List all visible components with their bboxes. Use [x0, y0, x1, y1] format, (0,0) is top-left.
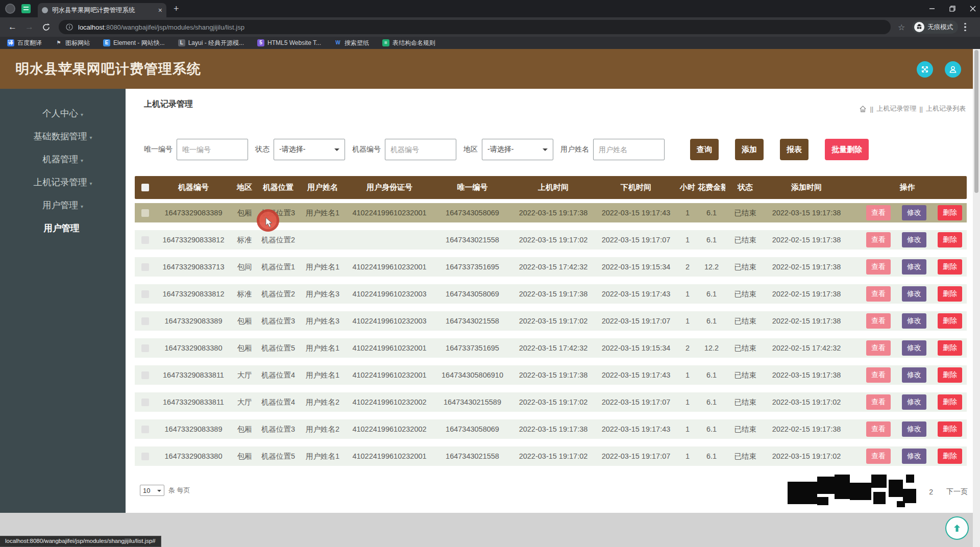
bookmark-item[interactable]: 译 百度翻译: [7, 39, 42, 47]
table-row[interactable]: 16473329083389 包厢 机器位置3 用户姓名2 4102241996…: [135, 419, 967, 439]
browser-logo-icon[interactable]: [5, 4, 15, 14]
table-row[interactable]: 16473329083380 包厢 机器位置5 用户姓名1 4102241996…: [135, 446, 967, 466]
bookmark-item[interactable]: E Element - 网站快...: [103, 39, 165, 47]
sidebar-item[interactable]: 个人中心▾: [0, 102, 126, 125]
add-button[interactable]: 添加: [735, 139, 764, 160]
delete-button[interactable]: 删除: [938, 286, 962, 302]
row-checkbox[interactable]: [141, 317, 149, 325]
delete-button[interactable]: 删除: [938, 449, 962, 464]
report-button[interactable]: 报表: [780, 139, 808, 160]
delete-button[interactable]: 删除: [938, 205, 962, 220]
bookmark-item[interactable]: ≡ 表结构命名规则: [382, 39, 435, 47]
edit-button[interactable]: 修改: [902, 259, 926, 275]
row-checkbox[interactable]: [141, 426, 149, 433]
sidebar-item[interactable]: 用户管理▾: [0, 194, 126, 217]
table-row[interactable]: 164733290833811 大厅 机器位置4 用户姓名1 410224199…: [135, 365, 967, 385]
edit-button[interactable]: 修改: [902, 340, 926, 356]
view-button[interactable]: 查看: [866, 340, 891, 356]
breadcrumb-item-list[interactable]: 上机记录列表: [926, 104, 966, 113]
browser-tab[interactable]: 明水县苹果网吧计费管理系统 ×: [38, 3, 166, 17]
view-button[interactable]: 查看: [866, 205, 891, 220]
edit-button[interactable]: 修改: [902, 286, 926, 302]
new-tab-button[interactable]: +: [174, 4, 179, 14]
view-button[interactable]: 查看: [866, 394, 891, 410]
url-bar[interactable]: localhost:8080/wangbajifei/jsp/modules/s…: [59, 20, 891, 34]
site-info-icon[interactable]: [66, 23, 73, 31]
bookmark-item[interactable]: 5 HTML5 Website T...: [257, 39, 321, 46]
table-row[interactable]: 164733290833713 包间 机器位置1 用户姓名1 410224199…: [135, 257, 967, 277]
edit-button[interactable]: 修改: [902, 394, 926, 410]
query-button[interactable]: 查询: [690, 139, 719, 160]
scrollbar-thumb[interactable]: [974, 50, 978, 193]
row-checkbox[interactable]: [141, 209, 149, 217]
tab-close-icon[interactable]: ×: [158, 6, 162, 14]
extension-icon[interactable]: [21, 4, 31, 13]
sidebar-item[interactable]: 基础数据管理▾: [0, 125, 126, 148]
delete-button[interactable]: 删除: [938, 259, 962, 275]
row-checkbox[interactable]: [141, 453, 149, 460]
delete-button[interactable]: 删除: [938, 313, 962, 329]
home-icon[interactable]: [859, 105, 867, 113]
view-button[interactable]: 查看: [866, 367, 891, 383]
row-checkbox[interactable]: [141, 344, 149, 352]
edit-button[interactable]: 修改: [902, 449, 926, 464]
sidebar-item-label: 上机记录管理: [33, 177, 87, 187]
restore-icon[interactable]: [949, 6, 955, 12]
bookmark-item[interactable]: L Layui - 经典开源模...: [178, 39, 244, 47]
back-to-top-button[interactable]: [945, 516, 969, 540]
next-page-link[interactable]: 下一页: [946, 487, 968, 496]
minimize-icon[interactable]: [929, 6, 935, 12]
edit-button[interactable]: 修改: [902, 421, 926, 437]
view-button[interactable]: 查看: [866, 232, 891, 247]
view-button[interactable]: 查看: [866, 449, 891, 464]
row-checkbox[interactable]: [141, 399, 149, 406]
close-window-icon[interactable]: [970, 6, 976, 12]
sidebar-item[interactable]: 机器管理▾: [0, 148, 126, 171]
delete-button[interactable]: 删除: [938, 340, 962, 356]
scrollbar[interactable]: [973, 49, 980, 547]
edit-button[interactable]: 修改: [902, 313, 926, 329]
batch-delete-button[interactable]: 批量删除: [825, 139, 869, 160]
bookmark-star-icon[interactable]: ☆: [898, 22, 905, 32]
forward-icon[interactable]: →: [25, 22, 34, 32]
fullscreen-button[interactable]: [917, 61, 933, 78]
edit-button[interactable]: 修改: [902, 367, 926, 383]
unique-no-input[interactable]: [177, 139, 248, 160]
user-profile-button[interactable]: [945, 61, 961, 78]
user-name-input[interactable]: [593, 139, 665, 160]
page-2-link[interactable]: 2: [929, 488, 933, 496]
sidebar-item[interactable]: 上机记录管理▾: [0, 171, 126, 194]
row-checkbox[interactable]: [141, 263, 149, 271]
delete-button[interactable]: 删除: [938, 421, 962, 437]
view-button[interactable]: 查看: [866, 313, 891, 329]
bookmark-item[interactable]: W 搜索壁纸: [334, 39, 369, 47]
browser-menu-icon[interactable]: [964, 23, 966, 32]
table-row[interactable]: 16473329083389 包厢 机器位置3 用户姓名3 4102241996…: [135, 311, 967, 331]
status-select[interactable]: -请选择-: [274, 139, 345, 160]
page-size-select[interactable]: 10: [140, 485, 164, 496]
table-row[interactable]: 164733290833812 标准 机器位置2 用户姓名3 410224199…: [135, 284, 967, 304]
table-row[interactable]: 16473329083380 包厢 机器位置5 用户姓名1 4102241996…: [135, 338, 967, 358]
back-icon[interactable]: ←: [8, 22, 17, 32]
expand-arrows-icon: [920, 65, 929, 74]
edit-button[interactable]: 修改: [902, 205, 926, 220]
delete-button[interactable]: 删除: [938, 367, 962, 383]
machine-no-input[interactable]: [385, 139, 456, 160]
breadcrumb-item-module[interactable]: 上机记录管理: [876, 104, 916, 113]
row-checkbox[interactable]: [141, 290, 149, 298]
edit-button[interactable]: 修改: [902, 232, 926, 247]
table-row[interactable]: 164733290833812 标准 机器位置2 1647343021558 2…: [135, 230, 967, 250]
row-checkbox[interactable]: [141, 371, 149, 379]
view-button[interactable]: 查看: [866, 259, 891, 275]
table-row[interactable]: 164733290833811 大厅 机器位置4 用户姓名2 410224199…: [135, 392, 967, 412]
reload-icon[interactable]: [42, 23, 51, 32]
view-button[interactable]: 查看: [866, 421, 891, 437]
row-checkbox[interactable]: [141, 236, 149, 244]
view-button[interactable]: 查看: [866, 286, 891, 302]
delete-button[interactable]: 删除: [938, 232, 962, 247]
area-select[interactable]: -请选择-: [482, 139, 553, 160]
select-all-checkbox[interactable]: [141, 184, 149, 191]
bookmark-item[interactable]: ⚑ 图标网站: [55, 39, 90, 47]
delete-button[interactable]: 删除: [938, 394, 962, 410]
sidebar-item[interactable]: 用户管理: [0, 217, 126, 240]
